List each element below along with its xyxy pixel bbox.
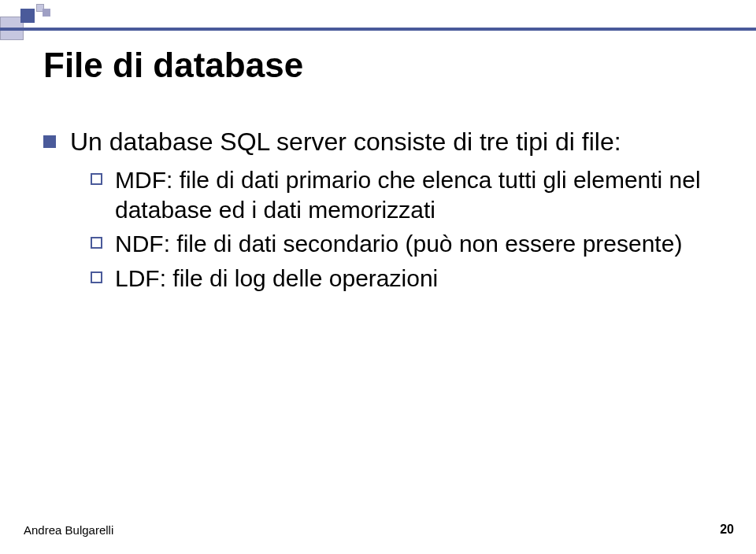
open-square-bullet-icon [91,271,102,283]
bullet-text: LDF: file di log delle operazioni [115,264,438,294]
header-divider [0,28,756,31]
corner-decoration [0,4,50,40]
bullet-level2: MDF: file di dati primario che elenca tu… [91,165,724,224]
bullet-level1: Un database SQL server consiste di tre t… [43,126,724,157]
open-square-bullet-icon [91,173,102,185]
bullet-text: Un database SQL server consiste di tre t… [70,126,621,157]
slide-title: File di database [43,46,303,85]
square-bullet-icon [43,135,56,148]
bullet-text: NDF: file di dati secondario (può non es… [115,229,682,259]
slide-content: Un database SQL server consiste di tre t… [43,126,724,297]
deco-square-small-2 [43,9,50,17]
bullet-text: MDF: file di dati primario che elenca tu… [115,165,724,224]
deco-square-medium [20,9,35,23]
footer-page-number: 20 [720,523,734,537]
bullet-level2: LDF: file di log delle operazioni [91,264,724,294]
footer-author: Andrea Bulgarelli [24,523,113,537]
bullet-level2: NDF: file di dati secondario (può non es… [91,229,724,259]
open-square-bullet-icon [91,237,102,249]
